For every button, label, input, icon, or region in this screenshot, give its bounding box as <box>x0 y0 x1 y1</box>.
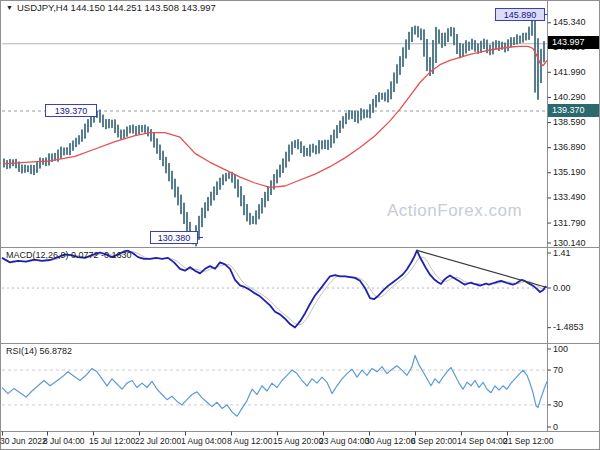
level-price-tag: 139.370 <box>548 104 599 117</box>
watermark: ActionForex.com <box>387 201 522 221</box>
resistance-level-label[interactable]: 139.370 <box>45 104 97 117</box>
swing-low-label[interactable]: 130.380 <box>150 231 198 244</box>
symbol-ohlc-line: USDJPY,H4 144.150 144.251 143.508 143.99… <box>17 2 216 13</box>
chart-marker-icon: ▼ <box>6 4 13 11</box>
chart-header: ▼USDJPY,H4 144.150 144.251 143.508 143.9… <box>6 2 216 13</box>
swing-high-label[interactable]: 145.890 <box>495 8 545 21</box>
chart-canvas[interactable] <box>0 0 600 450</box>
macd-indicator-label: MACD(12,26,9) 0.0772 -0.1630 <box>6 250 132 260</box>
rsi-indicator-label: RSI(14) 56.8782 <box>6 346 72 356</box>
current-price-tag: 143.997 <box>548 36 599 49</box>
trading-chart-window: 145.340143.690141.990140.290138.590136.8… <box>0 0 600 450</box>
